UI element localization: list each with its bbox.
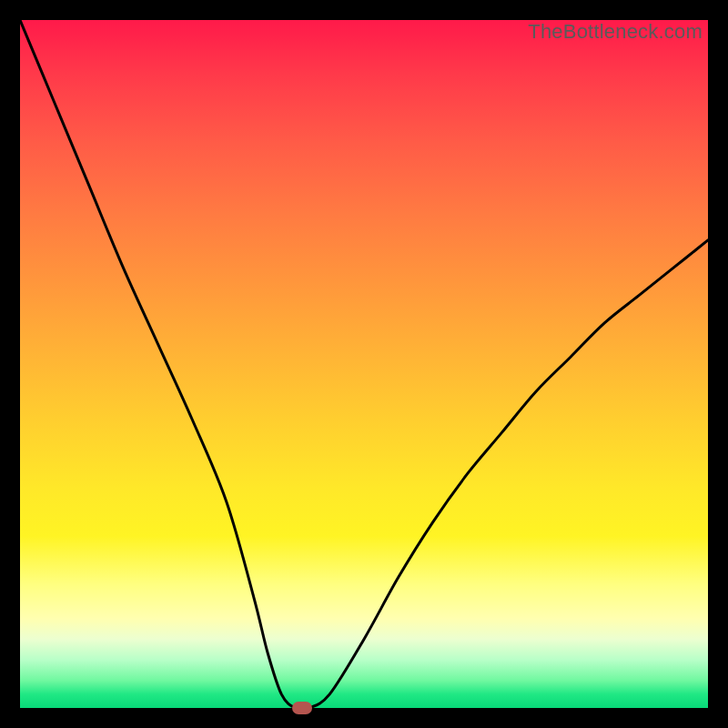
optimal-marker	[292, 702, 312, 714]
chart-frame: TheBottleneck.com	[0, 0, 728, 728]
bottleneck-curve	[20, 20, 708, 708]
plot-area: TheBottleneck.com	[20, 20, 708, 708]
